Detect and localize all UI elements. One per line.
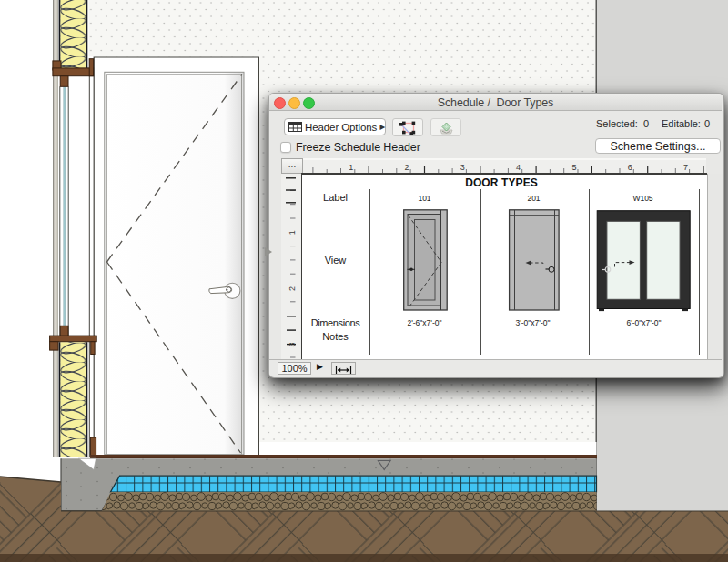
svg-text:3: 3 bbox=[460, 163, 465, 172]
svg-text:1: 1 bbox=[288, 230, 297, 235]
svg-text:5: 5 bbox=[571, 163, 576, 172]
svg-text:4: 4 bbox=[516, 163, 521, 172]
svg-text:6: 6 bbox=[628, 163, 632, 172]
svg-text:2: 2 bbox=[404, 163, 409, 172]
svg-text:7: 7 bbox=[683, 163, 688, 172]
svg-text:3: 3 bbox=[288, 342, 297, 346]
svg-text:2: 2 bbox=[288, 286, 297, 291]
svg-text:1: 1 bbox=[349, 163, 353, 172]
